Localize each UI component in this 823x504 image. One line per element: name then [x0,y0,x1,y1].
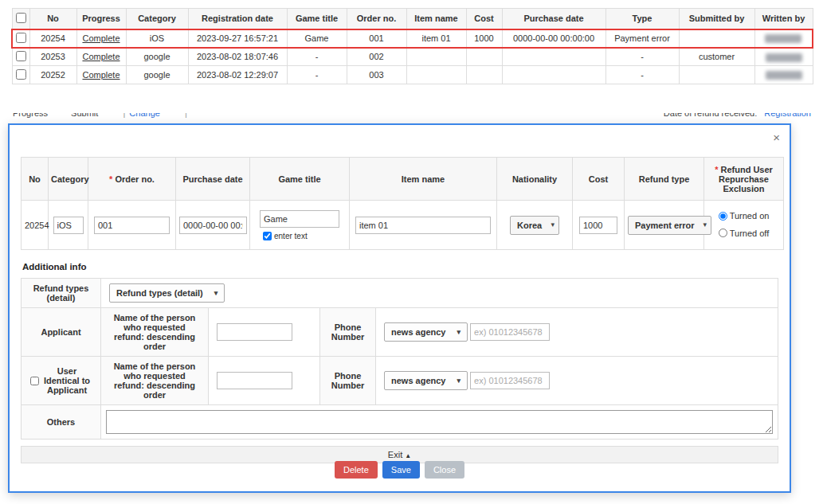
order-no-input[interactable] [94,217,170,234]
applicant-phone-label: Phone Number [320,308,376,357]
refund-type-select[interactable]: Payment error [628,216,711,235]
table-row[interactable]: 20252 Complete google 2023-08-02 12:29:0… [12,66,813,84]
redacted-written-by [765,34,801,43]
category-input[interactable] [53,217,84,234]
table-row-selected[interactable]: 20254 Complete iOS 2023-09-27 16:57:21 G… [12,29,813,48]
col-header-registration-date: Registration date [188,9,287,29]
change-link[interactable]: Change [129,113,160,118]
user-row: User Identical to Applicant Name of the … [22,357,778,405]
form-header-nationality: Nationality [497,158,573,201]
game-title-input[interactable] [260,210,339,228]
col-header-item-name: Item name [406,9,466,29]
user-identical-label: User Identical to Applicant [42,366,92,395]
refund-user-radio-group: Turned on Turned off [704,201,784,250]
enter-text-option[interactable]: enter text [253,232,346,240]
refund-types-dropdown[interactable]: Refund types (detail) ▾ [109,283,225,303]
backdrop-left: Progress Submit | Change | [13,113,189,118]
user-phone-input[interactable] [470,372,550,389]
purchase-date-input[interactable] [179,217,247,234]
redacted-written-by [766,71,802,80]
user-identical-cell: User Identical to Applicant [22,357,101,405]
nationality-select-wrapper: Korea ▾ [510,216,559,235]
table-row[interactable]: 20253 Complete google 2023-08-02 18:07:4… [12,48,813,66]
redacted-written-by [766,53,802,62]
col-header-purchase-date: Purchase date [502,9,605,29]
col-header-no: No [29,9,76,29]
exit-label: Exit [388,450,402,459]
col-header-game-title: Game title [287,9,347,29]
row-checkbox[interactable] [16,69,26,80]
col-header-submitted-by: Submitted by [679,9,754,29]
records-table: No Progress Category Registration date G… [11,8,813,84]
select-all-checkbox[interactable] [16,13,26,23]
delete-button[interactable]: Delete [335,461,378,479]
refund-types-row: Refund types (detail) Refund types (deta… [22,279,778,308]
progress-link[interactable]: Complete [82,52,120,61]
applicant-name-input[interactable] [217,323,292,341]
form-header-row: No Category * Order no. Purchase date Ga… [22,158,784,201]
refund-types-label: Refund types (detail) [22,279,101,308]
additional-info-table: Refund types (detail) Refund types (deta… [21,278,778,440]
user-name-input[interactable] [217,372,292,389]
separator: | [123,113,125,118]
col-header-type: Type [605,9,679,29]
page: No Progress Category Registration date G… [0,0,823,504]
turned-on-label: Turned on [730,209,770,224]
registration-link[interactable]: Registration [764,113,811,118]
row-checkbox[interactable] [16,51,26,61]
form-header-cost: Cost [573,158,625,201]
turned-on-option[interactable]: Turned on [719,209,770,224]
form-header-game-title: Game title [250,158,350,201]
chevron-up-icon: ▲ [405,452,411,459]
form-header-category: Category [49,158,88,201]
applicant-name-label: Name of the person who requested refund:… [101,308,209,357]
turned-on-radio[interactable] [719,212,727,221]
backdrop-right: Date of refund received: Registration [659,113,811,118]
save-button[interactable]: Save [382,461,420,479]
backdrop-strip: Progress Submit | Change | Date of refun… [13,113,811,123]
table-header-row: No Progress Category Registration date G… [12,9,813,29]
progress-link[interactable]: Complete [82,70,120,80]
applicant-row: Applicant Name of the person who request… [22,308,778,357]
item-name-input[interactable] [355,217,491,234]
refund-detail-modal: × No Category * Order no. Purchase date … [8,123,791,493]
others-textarea[interactable] [106,410,773,434]
progress-link[interactable]: Complete [82,33,120,43]
close-button[interactable]: Close [425,461,464,479]
chevron-down-icon: ▾ [214,289,218,297]
applicant-phone-input[interactable] [470,323,550,341]
additional-info-title: Additional info [21,250,778,278]
form-header-purchase-date: Purchase date [176,158,250,201]
nationality-select[interactable]: Korea [510,216,559,235]
form-header-order-no: * Order no. [88,158,176,201]
enter-text-label: enter text [274,232,308,240]
turned-off-label: Turned off [730,226,770,241]
backdrop-progress-label: Progress [13,113,48,118]
close-icon[interactable]: × [773,131,780,143]
row-checkbox[interactable] [16,33,26,43]
enter-text-checkbox[interactable] [263,232,272,240]
others-label: Others [22,405,101,440]
col-header-category: Category [126,9,188,29]
chevron-down-icon: ▾ [457,377,460,385]
user-carrier-dropdown[interactable]: news agency ▾ [384,371,468,390]
user-identical-checkbox[interactable] [30,377,39,385]
turned-off-radio[interactable] [719,229,727,237]
form-header-refund-type: Refund type [625,158,704,201]
form-header-refund-user: * Refund User Repurchase Exclusion [704,158,784,201]
separator: | [185,113,187,118]
required-mark: * [715,165,718,174]
user-identical-option[interactable]: User Identical to Applicant [26,366,96,395]
refund-type-select-wrapper: Payment error ▾ [628,216,711,235]
refund-form-table: No Category * Order no. Purchase date Ga… [21,157,784,250]
col-header-cost: Cost [466,9,502,29]
form-header-no: No [22,158,49,201]
cost-input[interactable] [579,217,617,234]
refund-received-label: Date of refund received: [664,113,757,118]
form-no-value: 20254 [22,201,49,250]
required-mark: * [109,174,112,184]
form-header-item-name: Item name [350,158,497,201]
applicant-carrier-dropdown[interactable]: news agency ▾ [384,322,468,342]
user-name-label: Name of the person who requested refund:… [101,357,209,405]
turned-off-option[interactable]: Turned off [719,226,770,241]
